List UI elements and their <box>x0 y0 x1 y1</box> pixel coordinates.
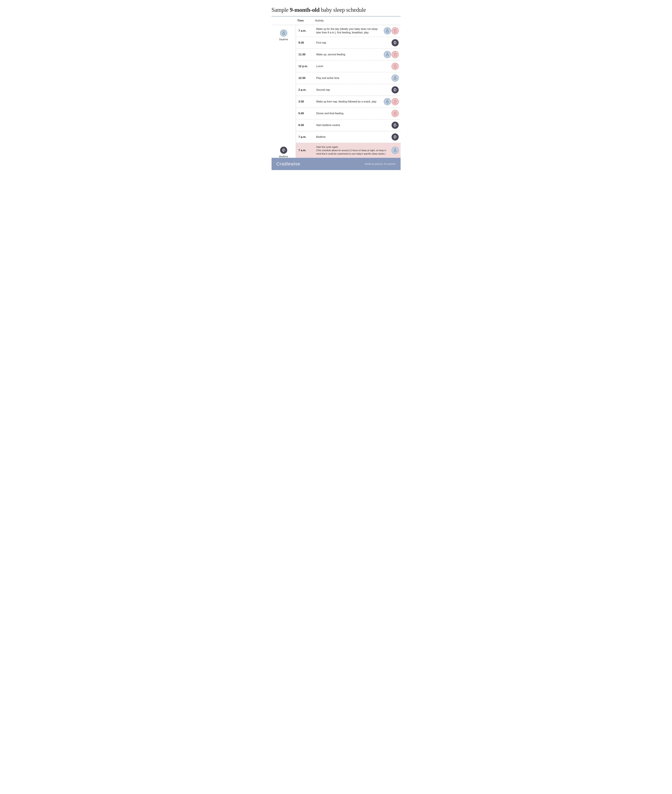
row-activity: Start the cycle again (This schedule all… <box>316 145 392 156</box>
row-time: 11:30 <box>299 53 316 56</box>
bottle-icon <box>392 98 398 105</box>
table-row: 9:30 First nap <box>296 37 401 49</box>
content-area: Daytime Bedtime 7 a.m. Wake up for the d… <box>272 25 401 158</box>
bottle-icon <box>392 51 398 58</box>
row-icons <box>392 110 398 117</box>
row-icons <box>392 39 398 46</box>
row-icons <box>384 51 398 58</box>
row-icons <box>392 133 398 141</box>
row-activity: Play and active time <box>316 76 392 80</box>
row-activity: Wake up from nap, feeding followed by a … <box>316 100 384 103</box>
row-time: 3:30 <box>299 100 316 103</box>
daytime-label: Daytime <box>279 38 288 41</box>
row-activity: Start bedtime routine <box>316 124 392 127</box>
row-activity: Dinner and final feeding <box>316 112 392 115</box>
footer-tagline: Made by parents, for parents <box>365 162 396 165</box>
row-time: 7 a.m. <box>299 149 316 152</box>
row-activity: Lunch <box>316 64 392 68</box>
daytime-section: Daytime <box>272 25 296 41</box>
row-time: 5:45 <box>299 112 316 115</box>
bottle-icon <box>392 27 398 34</box>
table-row: 3:30 Wake up from nap, feeding followed … <box>296 96 401 107</box>
moon-icon <box>392 86 398 93</box>
bedtime-icon <box>280 147 287 154</box>
schedule-table: 7 a.m. Wake up for the day (ideally your… <box>296 25 401 158</box>
moon-icon <box>392 133 398 141</box>
row-activity: Wake up, second feeding <box>316 53 384 56</box>
row-icons <box>392 63 398 70</box>
baby-icon <box>392 75 398 82</box>
table-row: 6:30 Start bedtime routine <box>296 119 401 131</box>
schedule-wrapper: Time Activity Daytime Bedtime 7 a. <box>272 16 401 158</box>
row-time: 2 p.m. <box>299 88 316 91</box>
baby-icon <box>384 51 391 58</box>
row-activity: Wake up for the day (ideally your baby d… <box>316 27 384 35</box>
table-row: 2 p.m. Second nap <box>296 84 401 96</box>
table-row: 5:45 Dinner and final feeding <box>296 107 401 119</box>
row-time: 7 p.m. <box>299 135 316 139</box>
header-activity: Activity <box>315 19 324 22</box>
table-row: 11:30 Wake up, second feeding <box>296 49 401 61</box>
row-activity: Second nap <box>316 88 392 91</box>
table-row: 7 a.m. Wake up for the day (ideally your… <box>296 25 401 37</box>
moon-icon <box>392 122 398 129</box>
footer-brand: Cradlewise <box>277 161 301 167</box>
header-row: Time Activity <box>272 16 401 25</box>
row-time: 9:30 <box>299 41 316 44</box>
row-icons <box>384 27 398 34</box>
row-time: 12 p.m. <box>299 65 316 68</box>
footer: Cradlewise Made by parents, for parents <box>272 158 401 170</box>
bottle-pink-icon <box>392 63 398 70</box>
page-title: Sample 9-month-old baby sleep schedule <box>272 6 401 13</box>
row-icons <box>392 86 398 93</box>
row-activity: First nap <box>316 41 392 45</box>
sidebar: Daytime Bedtime <box>272 25 296 158</box>
row-time: 6:30 <box>299 124 316 127</box>
table-row: 12:30 Play and active time <box>296 72 401 84</box>
row-activity: Bedtime <box>316 135 392 139</box>
moon-icon <box>392 39 398 46</box>
baby-icon <box>384 98 391 105</box>
row-icons <box>392 122 398 129</box>
header-time: Time <box>298 19 315 22</box>
baby-icon <box>392 147 398 154</box>
table-row: 12 p.m. Lunch <box>296 61 401 72</box>
row-icons <box>392 75 398 82</box>
baby-icon <box>384 27 391 34</box>
bedtime-section-label: Bedtime <box>272 69 296 158</box>
bedtime-label: Bedtime <box>279 155 288 158</box>
daytime-icon <box>280 29 287 37</box>
row-time: 7 a.m. <box>299 29 316 32</box>
row-icons <box>384 98 398 105</box>
row-icons <box>392 147 398 154</box>
row-time: 12:30 <box>299 77 316 80</box>
table-row: 7 p.m. Bedtime <box>296 131 401 143</box>
bottle-pink-icon <box>392 110 398 117</box>
table-row: 7 a.m. Start the cycle again (This sched… <box>296 143 401 158</box>
